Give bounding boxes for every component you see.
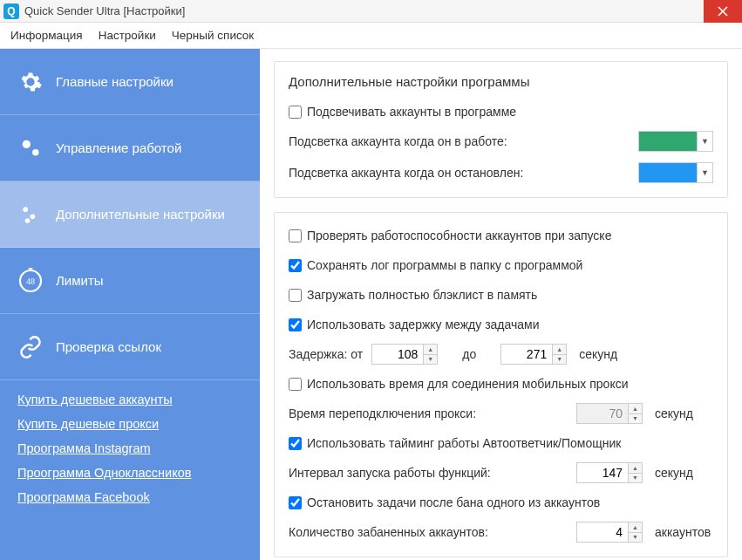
link-buy-accounts[interactable]: Купить дешевые аккаунты <box>17 393 242 406</box>
checkbox-check-on-start[interactable]: Проверять работоспособности аккаунтов пр… <box>289 229 611 242</box>
input-reconnect <box>577 404 628 423</box>
checkbox-use-timing[interactable]: Использовать тайминг работы Автоответчик… <box>289 436 621 450</box>
gears-icon <box>17 135 44 161</box>
titlebar: Q Quick Sender Ultra [Настройки] <box>0 0 742 23</box>
unit-seconds: секунд <box>655 406 693 420</box>
sidebar-item-label: Лимиты <box>56 273 104 288</box>
label-color-stopped: Подсветка аккаунта когда он остановлен: <box>289 166 523 180</box>
unit-seconds: секунд <box>655 466 693 480</box>
sidebar-item-label: Главные настройки <box>56 74 174 89</box>
svg-point-3 <box>31 214 36 219</box>
checkbox-input[interactable] <box>289 229 302 242</box>
checkbox-use-mobile-time[interactable]: Использовать время для соединения мобиль… <box>289 377 629 391</box>
checkbox-save-log[interactable]: Сохранять лог программы в папку с програ… <box>289 258 582 272</box>
limit-icon: 48 <box>17 268 44 294</box>
input-delay-to[interactable] <box>501 345 552 364</box>
sidebar-links: Купить дешевые аккаунты Купить дешевые п… <box>0 380 260 516</box>
arrow-up-icon[interactable]: ▲ <box>629 463 642 474</box>
checkbox-label: Проверять работоспособности аккаунтов пр… <box>307 229 611 242</box>
close-icon <box>718 6 728 17</box>
checkbox-label: Подсвечивать аккаунты в программе <box>307 105 516 119</box>
menu-blacklist[interactable]: Черный список <box>172 29 254 42</box>
checkbox-label: Использовать задержку между задачами <box>307 318 540 331</box>
main-content: Дополнительные настройки программы Подсв… <box>260 49 742 560</box>
label-interval: Интервал запуска работы функций: <box>289 466 568 480</box>
link-buy-proxies[interactable]: Купить дешевые прокси <box>17 417 242 431</box>
arrow-down-icon: ▼ <box>629 414 642 424</box>
sliders-icon <box>17 201 44 228</box>
sidebar-item-label: Управление работой <box>56 140 181 155</box>
spinner-delay-from[interactable]: ▲▼ <box>371 344 438 365</box>
input-banned-count[interactable] <box>577 522 628 542</box>
label-reconnect: Время переподключения прокси: <box>289 406 568 420</box>
checkbox-stop-on-ban[interactable]: Остановить задачи после бана одного из а… <box>289 495 600 509</box>
link-instagram[interactable]: Проограмма Instagram <box>17 441 242 455</box>
arrow-up-icon[interactable]: ▲ <box>553 345 566 355</box>
menu-info[interactable]: Информация <box>10 29 83 42</box>
sidebar: Главные настройки Управление работой Доп… <box>0 49 260 560</box>
svg-point-2 <box>23 207 28 212</box>
arrow-down-icon[interactable]: ▼ <box>629 474 642 483</box>
checkbox-label: Загружать полностью блэклист в память <box>307 288 537 302</box>
unit-seconds: секунд <box>579 347 617 361</box>
color-select-stopped[interactable]: ▼ <box>638 162 713 183</box>
spinner-banned-count[interactable]: ▲▼ <box>576 522 643 543</box>
checkbox-label: Использовать время для соединения мобиль… <box>307 377 629 391</box>
sidebar-item-label: Проверка ссылок <box>56 339 161 354</box>
menubar: Информация Настройки Черный список <box>0 23 742 49</box>
checkbox-input[interactable] <box>289 289 302 302</box>
panel-title: Дополнительные настройки программы <box>289 74 713 89</box>
menu-settings[interactable]: Настройки <box>99 29 156 42</box>
arrow-up-icon[interactable]: ▲ <box>629 522 642 533</box>
sidebar-item-main-settings[interactable]: Главные настройки <box>0 49 260 115</box>
checkbox-label: Остановить задачи после бана одного из а… <box>307 495 600 509</box>
checkbox-load-blacklist[interactable]: Загружать полностью блэклист в память <box>289 288 537 302</box>
label-delay-to: до <box>462 347 476 361</box>
spinner-delay-to[interactable]: ▲▼ <box>500 344 567 365</box>
sidebar-item-label: Дополнительные настройки <box>56 207 225 222</box>
arrow-down-icon[interactable]: ▼ <box>424 355 437 365</box>
arrow-up-icon: ▲ <box>629 404 642 414</box>
spinner-interval[interactable]: ▲▼ <box>576 462 643 483</box>
label-delay-from: Задержка: от <box>289 347 363 361</box>
unit-accounts: аккаунтов <box>655 525 711 539</box>
checkbox-label: Сохранять лог программы в папку с програ… <box>307 258 582 272</box>
svg-point-0 <box>23 140 31 147</box>
svg-point-4 <box>25 218 31 223</box>
arrow-down-icon[interactable]: ▼ <box>553 355 566 365</box>
checkbox-input[interactable] <box>289 318 302 331</box>
window-title: Quick Sender Ultra [Настройки] <box>24 4 185 17</box>
checkbox-use-delay[interactable]: Использовать задержку между задачами <box>289 318 540 331</box>
checkbox-input[interactable] <box>289 106 302 119</box>
app-icon: Q <box>3 3 19 19</box>
link-odnoklassniki[interactable]: Проограмма Одноклассников <box>17 466 242 480</box>
link-facebook[interactable]: Проограмма Facebook <box>17 490 242 504</box>
checkbox-input[interactable] <box>289 378 302 391</box>
checkbox-label: Использовать тайминг работы Автоответчик… <box>307 436 621 450</box>
checkbox-highlight-accounts[interactable]: Подсвечивать аккаунты в программе <box>289 105 516 119</box>
input-delay-from[interactable] <box>372 345 423 364</box>
checkbox-input[interactable] <box>289 259 302 272</box>
checkbox-input[interactable] <box>289 437 302 450</box>
label-color-working: Подсветка аккаунта когда он в работе: <box>289 134 507 148</box>
sidebar-item-link-check[interactable]: Проверка ссылок <box>0 314 260 380</box>
checkbox-input[interactable] <box>289 496 302 509</box>
link-icon <box>17 334 44 360</box>
svg-text:48: 48 <box>26 277 35 286</box>
chevron-down-icon: ▼ <box>697 132 712 151</box>
sidebar-item-additional-settings[interactable]: Дополнительные настройки <box>0 181 260 248</box>
color-swatch <box>639 132 697 151</box>
close-button[interactable] <box>704 0 742 23</box>
panel-options: Проверять работоспособности аккаунтов пр… <box>274 212 728 557</box>
sidebar-item-work-management[interactable]: Управление работой <box>0 115 260 181</box>
label-banned-count: Количество забаненных аккаунтов: <box>289 525 568 539</box>
input-interval[interactable] <box>577 463 628 482</box>
spinner-reconnect: ▲▼ <box>576 403 643 424</box>
arrow-up-icon[interactable]: ▲ <box>424 345 437 355</box>
color-swatch <box>639 163 697 182</box>
sidebar-item-limits[interactable]: 48 Лимиты <box>0 248 260 314</box>
chevron-down-icon: ▼ <box>697 163 712 182</box>
arrow-down-icon[interactable]: ▼ <box>629 533 642 543</box>
svg-point-1 <box>32 148 38 154</box>
color-select-working[interactable]: ▼ <box>638 131 713 152</box>
